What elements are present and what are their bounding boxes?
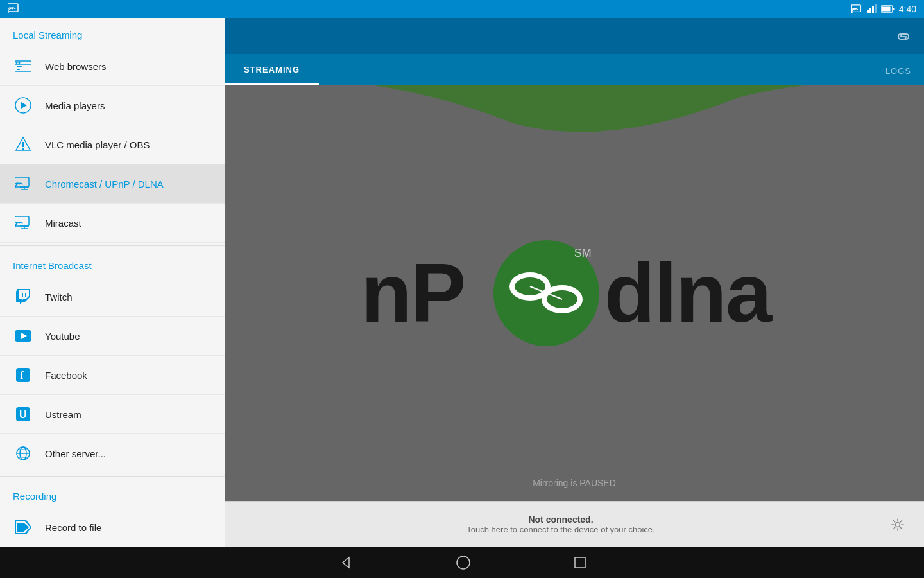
- svg-rect-6: [872, 6, 874, 13]
- svg-text:f: f: [20, 369, 24, 381]
- svg-rect-15: [17, 66, 22, 67]
- ustream-icon: U: [13, 404, 33, 425]
- svg-rect-9: [893, 8, 894, 10]
- main-content: STREAMING LOGS nP TM: [225, 18, 924, 547]
- cast-icon: [13, 173, 33, 194]
- record-svg: [15, 520, 31, 534]
- tab-streaming[interactable]: STREAMING: [225, 56, 319, 85]
- settings-button[interactable]: [884, 511, 911, 538]
- miracast-icon: [13, 213, 33, 233]
- signal-icon: [867, 4, 877, 13]
- svg-rect-59: [575, 557, 585, 568]
- svg-point-14: [19, 62, 21, 64]
- sidebar-item-facebook[interactable]: f Facebook: [0, 356, 225, 395]
- divider-2: [0, 476, 225, 477]
- svg-rect-10: [882, 7, 890, 12]
- record-to-file-label: Record to file: [45, 522, 101, 533]
- np-text-container: nP TM: [361, 251, 488, 335]
- home-button[interactable]: [456, 555, 471, 570]
- sidebar-item-vlc-obs[interactable]: VLC media player / OBS: [0, 125, 225, 164]
- other-server-label: Other server...: [45, 448, 106, 459]
- dlna-inner-svg: [504, 267, 588, 319]
- back-icon: [338, 555, 353, 570]
- svg-point-28: [15, 225, 16, 227]
- cast-icon-status: [851, 4, 863, 13]
- sidebar-item-record-to-file[interactable]: Record to file: [0, 508, 225, 547]
- globe-icon: [13, 443, 33, 464]
- recents-button[interactable]: [574, 556, 586, 569]
- clock: 4:40: [899, 4, 916, 14]
- app-header: [225, 18, 924, 54]
- svg-marker-18: [21, 102, 27, 109]
- status-bar: 4:40: [0, 0, 924, 18]
- connection-text: Not connected. Touch here to connect to …: [237, 514, 884, 534]
- np-text: nP: [361, 246, 465, 340]
- recording-label: Recording: [0, 479, 225, 508]
- dlna-logo-container: nP TM SM dlna®: [361, 240, 787, 346]
- sidebar-item-web-browsers[interactable]: Web browsers: [0, 47, 225, 86]
- green-curve-svg: [225, 85, 924, 136]
- cast-svg: [15, 177, 31, 190]
- link-svg: [896, 33, 911, 40]
- sidebar-item-chromecast-upnp-dlna[interactable]: Chromecast / UPnP / DLNA: [0, 164, 225, 204]
- bottom-nav: [0, 547, 924, 578]
- svg-rect-7: [875, 4, 877, 13]
- sidebar-item-media-players[interactable]: Media players: [0, 86, 225, 125]
- tabs-bar: STREAMING LOGS: [225, 54, 924, 85]
- dlna-green-circle: SM: [493, 240, 599, 346]
- back-button[interactable]: [338, 555, 353, 570]
- twitch-icon: [13, 286, 33, 307]
- svg-rect-5: [869, 8, 871, 13]
- svg-point-56: [896, 522, 900, 527]
- sidebar-item-twitch[interactable]: Twitch: [0, 277, 225, 317]
- svg-rect-27: [15, 216, 29, 226]
- web-browser-svg: [15, 60, 31, 73]
- svg-rect-22: [15, 177, 29, 187]
- svg-point-58: [457, 556, 470, 569]
- battery-icon: [881, 5, 895, 13]
- media-player-svg: [15, 97, 31, 114]
- svg-rect-32: [22, 293, 23, 297]
- vlc-svg: [15, 136, 31, 153]
- sidebar-item-ustream[interactable]: U Ustream: [0, 395, 225, 434]
- connection-line1: Not connected.: [237, 514, 884, 525]
- sidebar-item-other-server[interactable]: Other server...: [0, 434, 225, 473]
- tab-logs[interactable]: LOGS: [873, 57, 924, 85]
- mirroring-status: Mirroring is PAUSED: [533, 478, 616, 488]
- facebook-svg: f: [16, 368, 30, 382]
- youtube-icon: [13, 326, 33, 346]
- svg-text:U: U: [19, 409, 27, 420]
- media-player-icon: [13, 95, 33, 116]
- preview-area: nP TM SM dlna® Mirroring is PAUSED: [225, 85, 924, 501]
- home-icon: [456, 555, 471, 570]
- divider-1: [0, 245, 225, 246]
- svg-marker-57: [343, 557, 349, 568]
- link-icon[interactable]: [896, 29, 911, 44]
- sidebar-item-miracast[interactable]: Miracast: [0, 204, 225, 243]
- svg-point-21: [22, 148, 24, 150]
- youtube-label: Youtube: [45, 331, 80, 342]
- internet-broadcast-label: Internet Broadcast: [0, 249, 225, 277]
- cast-status-icon: [8, 3, 21, 13]
- status-bar-left-area: [8, 3, 21, 15]
- vlc-icon: [13, 134, 33, 155]
- green-curve: [225, 85, 924, 136]
- reg-mark: ®: [771, 297, 788, 323]
- youtube-svg: [15, 330, 31, 342]
- connection-bar[interactable]: Not connected. Touch here to connect to …: [225, 501, 924, 547]
- status-icons: 4:40: [851, 4, 916, 14]
- settings-icon: [891, 518, 905, 532]
- tm-mark: TM: [468, 305, 488, 321]
- dlna-text-container: dlna®: [604, 251, 788, 335]
- record-icon: [13, 517, 33, 538]
- ustream-label: Ustream: [45, 409, 81, 420]
- svg-rect-16: [17, 69, 20, 70]
- web-browsers-label: Web browsers: [45, 61, 107, 72]
- svg-point-23: [15, 186, 16, 188]
- svg-rect-33: [25, 293, 26, 297]
- svg-rect-4: [867, 10, 869, 13]
- facebook-icon: f: [13, 365, 33, 385]
- sidebar-item-youtube[interactable]: Youtube: [0, 317, 225, 356]
- facebook-label: Facebook: [45, 370, 87, 381]
- local-streaming-label: Local Streaming: [0, 18, 225, 47]
